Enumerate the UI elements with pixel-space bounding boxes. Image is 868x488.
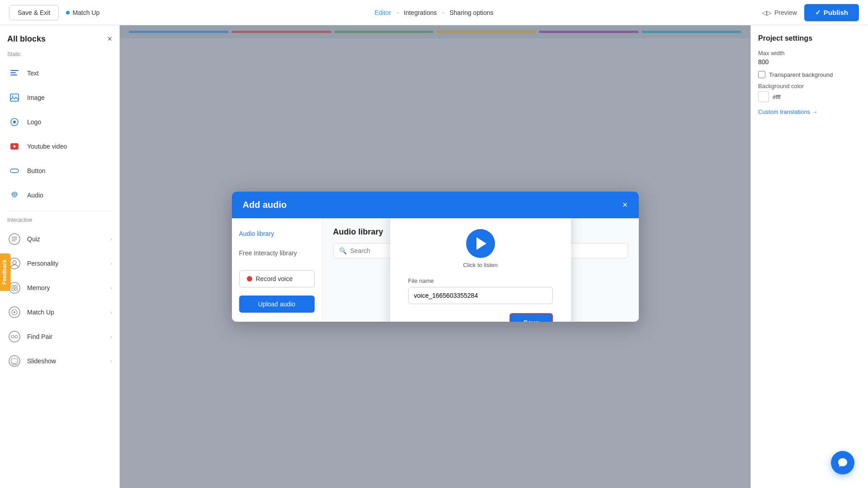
file-name-label: File name [408, 277, 553, 284]
add-audio-modal: Add audio × Audio library Free Interacty… [232, 192, 639, 322]
max-width-value: 800 [758, 58, 861, 66]
sidebar-divider [7, 211, 112, 211]
modal-left-panel: Audio library Free Interacty library Rec… [232, 218, 322, 322]
transparent-bg-checkbox[interactable] [758, 71, 765, 78]
max-width-label: Max width [758, 50, 861, 56]
right-sidebar: Project settings Max width 800 Transpare… [750, 25, 868, 488]
transparent-bg-row: Transparent background [758, 71, 861, 78]
publish-label: Publish [824, 9, 848, 16]
transparent-bg-label: Transparent background [769, 71, 833, 78]
chat-bubble[interactable] [831, 451, 854, 474]
sidebar-item-findpair[interactable]: Find Pair › [0, 324, 119, 349]
modal-close-button[interactable]: × [623, 200, 628, 210]
svg-rect-2 [10, 75, 17, 75]
svg-rect-30 [11, 359, 18, 363]
audio-icon [7, 188, 22, 202]
button-icon [7, 164, 22, 178]
svg-point-28 [15, 335, 18, 338]
slideshow-chevron: › [110, 358, 112, 364]
memory-label: Memory [27, 284, 105, 291]
bg-color-row: #fff [758, 91, 861, 102]
text-label: Text [27, 70, 112, 77]
sidebar-close-button[interactable]: × [107, 34, 112, 44]
image-icon [7, 90, 22, 105]
svg-rect-1 [10, 72, 16, 73]
youtube-label: Youtube video [27, 143, 112, 150]
svg-rect-22 [15, 288, 17, 291]
modal-right-panel: Audio library 🔍 ‹ Back [322, 218, 639, 322]
main-layout: All blocks × Static Text Image Logo Yout… [0, 25, 868, 488]
sidebar-item-youtube[interactable]: Youtube video [0, 134, 119, 159]
slideshow-label: Slideshow [27, 357, 105, 365]
matchup-label: Match Up [27, 309, 105, 316]
record-dot-icon [247, 276, 252, 282]
modal-header: Add audio × [232, 192, 639, 218]
sidebar-item-slideshow[interactable]: Slideshow › [0, 349, 119, 373]
sidebar-item-audio[interactable]: Audio [0, 183, 119, 207]
svg-point-27 [11, 335, 14, 338]
nav-step-editor[interactable]: Editor [374, 9, 391, 16]
sidebar-item-matchup[interactable]: Match Up › [0, 300, 119, 324]
project-settings-title: Project settings [758, 34, 861, 42]
save-exit-button[interactable]: Save & Exit [9, 5, 59, 20]
sidebar-item-image[interactable]: Image [0, 85, 119, 110]
logo-icon [7, 115, 22, 129]
publish-button[interactable]: ✓ Publish [804, 4, 859, 21]
interactive-section-label: Interactive [0, 215, 119, 227]
upload-audio-button[interactable]: Upload audio [239, 296, 315, 313]
color-swatch[interactable] [758, 91, 769, 102]
svg-point-6 [13, 121, 16, 123]
nav-step-integrations[interactable]: Integrations [404, 9, 437, 16]
inner-popup: ‹ Back × Click to listen File name [390, 218, 571, 322]
free-library-tab[interactable]: Free Interacty library [239, 247, 315, 259]
back-chevron-icon: ‹ [408, 218, 410, 219]
play-button[interactable] [466, 229, 495, 258]
findpair-label: Find Pair [27, 333, 105, 340]
play-icon [476, 237, 486, 250]
audio-library-tab[interactable]: Audio library [239, 227, 315, 243]
preview-button[interactable]: ◁▷ Preview [762, 9, 797, 16]
feedback-tab[interactable]: Feedback [0, 253, 11, 291]
matchup-chevron: › [110, 310, 112, 315]
svg-rect-0 [10, 70, 19, 71]
sidebar-item-quiz[interactable]: Quiz › [0, 227, 119, 251]
nav-arrow-1: → [395, 9, 400, 16]
file-name-input[interactable] [408, 287, 553, 304]
inner-close-button[interactable]: × [548, 218, 553, 220]
svg-point-11 [14, 195, 15, 196]
sidebar-header: All blocks × [0, 25, 119, 49]
nav-step-sharing[interactable]: Sharing options [449, 9, 493, 16]
matchup-icon [7, 305, 22, 319]
button-label: Button [27, 167, 112, 174]
quiz-chevron: › [110, 236, 112, 242]
modal-body: Audio library Free Interacty library Rec… [232, 218, 639, 322]
record-voice-label: Record voice [256, 275, 293, 282]
personality-chevron: › [110, 261, 112, 266]
inner-popup-toprow: ‹ Back × [408, 218, 553, 220]
svg-rect-19 [12, 285, 14, 287]
bg-color-label: Background color [758, 83, 861, 89]
youtube-icon [7, 139, 22, 154]
sidebar-title: All blocks [7, 34, 46, 44]
svg-rect-9 [10, 169, 19, 173]
record-voice-button[interactable]: Record voice [239, 270, 315, 287]
svg-point-25 [14, 311, 15, 313]
nav-steps: Editor → Integrations → Sharing options [374, 9, 493, 16]
svg-point-4 [12, 96, 14, 97]
svg-rect-20 [15, 285, 17, 287]
memory-chevron: › [110, 285, 112, 291]
slideshow-icon [7, 354, 22, 368]
check-icon: ✓ [815, 9, 821, 17]
sidebar-item-text[interactable]: Text [0, 61, 119, 85]
audio-label: Audio [27, 192, 112, 199]
modal-overlay: Add audio × Audio library Free Interacty… [120, 25, 750, 488]
sidebar-item-button[interactable]: Button [0, 159, 119, 183]
back-button[interactable]: ‹ Back [408, 218, 426, 220]
logo-label: Logo [27, 118, 112, 126]
quiz-icon [7, 232, 22, 246]
sidebar-item-memory[interactable]: Memory › [0, 276, 119, 300]
custom-translations-link[interactable]: Custom translations → [758, 108, 818, 115]
sidebar-item-logo[interactable]: Logo [0, 110, 119, 134]
save-button[interactable]: Save [509, 313, 552, 322]
sidebar-item-personality[interactable]: Personality › [0, 251, 119, 276]
